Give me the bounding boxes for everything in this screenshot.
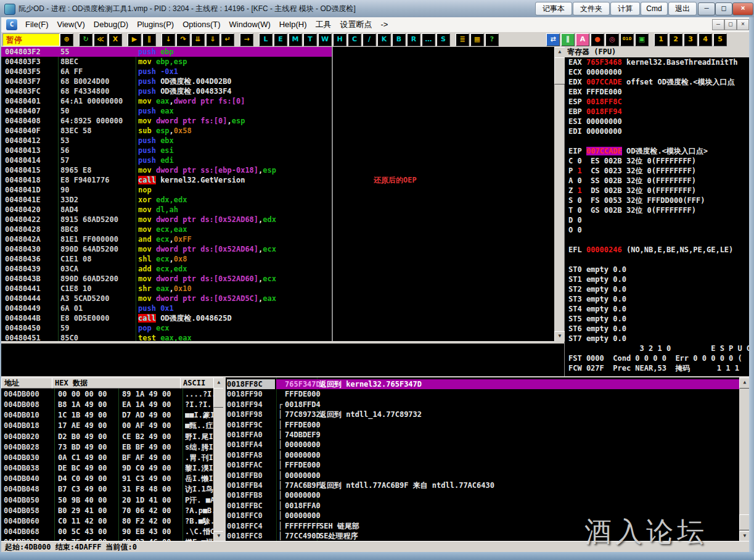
- dump-row[interactable]: 004DB020D2 B0 49 00CE B2 49 00野I.尾I.: [1, 432, 213, 442]
- disassembly-panel[interactable]: 004803F255push ebp004803F38BECmov ebp,es…: [1, 47, 554, 341]
- appearance-button[interactable]: ▦: [470, 33, 484, 46]
- register-line[interactable]: S 0 FS 0053 32位 FFFDD000(FFF): [568, 196, 749, 205]
- stack-row[interactable]: 0018FF90FFFDE000: [226, 389, 739, 399]
- disasm-row[interactable]: 0048044BE8 0D5E0000call OD强度检.0048625D: [1, 313, 554, 323]
- dump-row[interactable]: 004DB038DE BC 49 009D C0 49 00黎I.湨I.: [1, 463, 213, 474]
- stack-row[interactable]: 0018FF8C765F347D返回到 kernel32.765F347D: [226, 379, 739, 389]
- register-line[interactable]: EBX FFFDE000: [568, 87, 749, 97]
- register-line[interactable]: FST 0000 Cond 0 0 0 0 Err 0 0 0 0 0 (: [568, 353, 749, 363]
- stack-row[interactable]: 0018FFB0│00000000: [226, 471, 739, 480]
- dump-row[interactable]: 004DB008B8 1A 49 00EA 1A 49 00?I.?I.: [1, 400, 213, 410]
- view-executables-button[interactable]: E: [274, 33, 287, 46]
- desktop-2-button[interactable]: 2: [669, 33, 682, 46]
- dump-col-ascii[interactable]: ASCII: [180, 377, 213, 389]
- disasm-row[interactable]: 004804158965 E8mov dword ptr ss:[ebp-0x1…: [1, 165, 554, 175]
- disasm-row[interactable]: 004803F38BECmov ebp,esp: [1, 57, 554, 67]
- disasm-row[interactable]: 004803F255push ebp: [1, 47, 554, 57]
- dump-row[interactable]: 004DB06800 5C 43 0090 EB 43 00.\C.惛C.: [1, 527, 213, 537]
- view-handles-button[interactable]: H: [333, 33, 346, 46]
- disasm-row[interactable]: 0048045185C0test eax,eax: [1, 333, 554, 341]
- menu-item-[interactable]: 设置断点: [336, 17, 377, 32]
- menu-item-FileF[interactable]: File(F): [21, 17, 53, 32]
- menu-item-DebugD[interactable]: Debug(D): [89, 17, 133, 32]
- titlebar-button-4[interactable]: 退出: [668, 2, 697, 15]
- register-line[interactable]: ST7 empty 0.0: [568, 334, 749, 344]
- info-panel[interactable]: [1, 344, 564, 376]
- disasm-row[interactable]: 0048040750push eax: [1, 106, 554, 116]
- view-run-trace-button[interactable]: …: [422, 33, 435, 46]
- menu-item-PluginsP[interactable]: Plugins(P): [133, 17, 178, 32]
- dump-row[interactable]: 004DB00000 00 00 0089 1A 49 00....?I.: [1, 389, 213, 400]
- disasm-row[interactable]: 0048043903CAadd ecx,edx: [1, 264, 554, 274]
- register-line[interactable]: ST6 empty 0.0: [568, 324, 749, 334]
- register-line[interactable]: ST1 empty 0.0: [568, 274, 749, 284]
- stack-scrollbar[interactable]: ▲ ▼: [739, 377, 749, 541]
- stack-row[interactable]: 0018FFB4│77AC6B9F返回到 ntdll.77AC6B9F 来自 n…: [226, 480, 739, 490]
- step-into-button[interactable]: ↓: [162, 33, 175, 46]
- dump-row[interactable]: 004DB040D4 C0 49 0091 C3 49 00岳I.懒I.: [1, 474, 213, 484]
- dump-col-hex[interactable]: HEX 数据: [52, 377, 182, 389]
- dump-row[interactable]: 004DB01817 AE 49 0000 AF 49 00■甄..疘.: [1, 421, 213, 431]
- registers-panel[interactable]: 寄存器 (FPU) EAX 765F3468 kernel32.BaseThre…: [565, 47, 749, 377]
- step-back-button[interactable]: ≪: [94, 33, 107, 46]
- stack-row[interactable]: 0018FF9C│FFFDE000: [226, 420, 739, 430]
- disasm-row[interactable]: 00480430890D 64AD5200mov dword ptr ds:[0…: [1, 244, 554, 254]
- disasm-row[interactable]: 0048041253push ebx: [1, 136, 554, 146]
- view-patches-button[interactable]: /: [363, 33, 376, 46]
- dump-scrollbar[interactable]: ▲ ▼: [213, 377, 223, 541]
- menu-item-WindowW[interactable]: Window(W): [225, 17, 275, 32]
- disasm-row[interactable]: 004804208AD4mov dl,ah: [1, 205, 554, 215]
- mdi-close-button[interactable]: ×: [737, 19, 749, 30]
- register-line[interactable]: ST0 empty 0.0: [568, 265, 749, 274]
- execute-till-return-button[interactable]: ↵: [221, 33, 234, 46]
- maximize-button[interactable]: □: [715, 2, 732, 15]
- stack-row[interactable]: 0018FF98│77C89732返回到 ntdll_14.77C89732: [226, 410, 739, 419]
- dump-col-address[interactable]: 地址: [1, 377, 54, 389]
- stack-row[interactable]: 0018FFA4│00000000: [226, 440, 739, 450]
- disasm-row[interactable]: 00480418E8 F9401776call kernel32.GetVers…: [1, 175, 554, 185]
- disasm-row[interactable]: 00480444A3 5CAD5200mov dword ptr ds:[0x5…: [1, 294, 554, 303]
- pause-button[interactable]: ∥: [142, 33, 156, 46]
- disasm-row[interactable]: 004804288BC8mov ecx,eax: [1, 224, 554, 234]
- stack-row[interactable]: 0018FFA0│74DBDEF9: [226, 430, 739, 440]
- disasm-row[interactable]: 0048042A81E1 FF000000and ecx,0xFF: [1, 234, 554, 244]
- register-line[interactable]: 3 2 1 0 E S P U O: [568, 344, 749, 353]
- run-button[interactable]: ▶: [128, 33, 141, 46]
- disasm-row[interactable]: 0048041457push edi: [1, 155, 554, 165]
- window-grid-button[interactable]: ▣: [635, 33, 649, 46]
- register-line[interactable]: ESP 0018FF8C: [568, 97, 749, 107]
- assemble-button[interactable]: A: [576, 33, 589, 46]
- register-line[interactable]: C 0 ES 002B 32位 0(FFFFFFFF): [568, 156, 749, 166]
- swap-panes-button[interactable]: ⇄: [546, 33, 560, 46]
- menu-item-ViewV[interactable]: View(V): [53, 17, 89, 32]
- desktop-1-button[interactable]: 1: [654, 33, 668, 46]
- register-line[interactable]: ST3 empty 0.0: [568, 294, 749, 304]
- disasm-row[interactable]: 00480441C1E8 10shr eax,0x10: [1, 284, 554, 294]
- stack-row[interactable]: 0018FFB8│00000000: [226, 490, 739, 500]
- menu-item-OptionsT[interactable]: Options(T): [178, 17, 224, 32]
- disasm-row[interactable]: 0048043B890D 60AD5200mov dword ptr ds:[0…: [1, 274, 554, 284]
- goto-eip-button[interactable]: →: [240, 33, 253, 46]
- menu-item-[interactable]: 工具: [311, 17, 336, 32]
- disasm-row[interactable]: 0048040864:8925 000000mov dword ptr fs:[…: [1, 116, 554, 126]
- desktop-4-button[interactable]: 4: [699, 33, 712, 46]
- open-file-button[interactable]: ⊕: [60, 33, 73, 46]
- register-line[interactable]: EDX 007CCADE offset OD强度检.<模块入口点: [568, 77, 749, 87]
- disasm-row[interactable]: 0048041D90nop: [1, 185, 554, 195]
- register-line[interactable]: FCW 027F Prec NEAR,53 掩码 1 1 1: [568, 363, 749, 373]
- desktop-5-button[interactable]: 5: [713, 33, 727, 46]
- target-button[interactable]: ◎: [605, 33, 619, 46]
- disasm-row[interactable]: 0048041356push esi: [1, 146, 554, 155]
- title-bar[interactable]: 阮少OD - 进程 : OD强度检测工具1.vmp - PID : 3204 -…: [0, 0, 754, 18]
- disasm-row[interactable]: 004804228915 68AD5200mov dword ptr ds:[0…: [1, 215, 554, 224]
- register-line[interactable]: [568, 255, 749, 265]
- titlebar-button-3[interactable]: Cmd: [641, 2, 668, 15]
- register-line[interactable]: O 0: [568, 225, 749, 235]
- view-call-stack-button[interactable]: K: [377, 33, 391, 46]
- register-line[interactable]: ST2 empty 0.0: [568, 284, 749, 294]
- dump-row[interactable]: 004DB0300A C1 49 00BF AF 49 00.胃.刊I.: [1, 453, 213, 463]
- view-cpu-button[interactable]: C: [348, 33, 361, 46]
- pause-alt-button[interactable]: ∥: [561, 33, 575, 46]
- disasm-row[interactable]: 0048041E33D2xor edx,edx: [1, 195, 554, 205]
- desktop-3-button[interactable]: 3: [684, 33, 697, 46]
